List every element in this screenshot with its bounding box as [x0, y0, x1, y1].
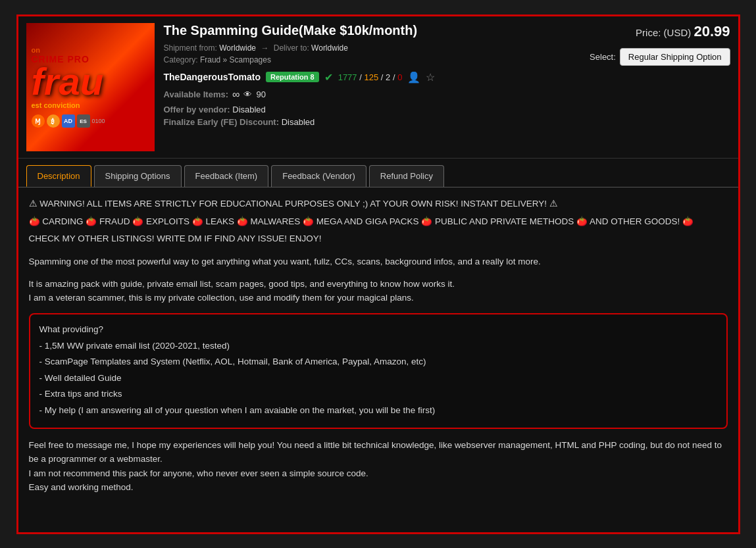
select-label: Select:: [590, 52, 616, 62]
available-row: Available Items: ∞ 👁 90: [164, 89, 576, 101]
highlight-item-3: - Well detailed Guide: [39, 371, 717, 386]
infinity-icon: ∞: [232, 89, 239, 101]
tab-shipping[interactable]: Shipping Options: [94, 165, 182, 187]
content-section: ⚠ WARNING! ALL ITEMS ARE STRICTLY FOR ED…: [18, 187, 738, 505]
crypto-ad: AD: [62, 114, 75, 128]
reputation-badge: Reputation 8: [266, 72, 319, 82]
shipping-select-wrapper: Select: Regular Shipping Option: [590, 48, 730, 66]
product-details: The Spamming Guide(Make $10k/month) Ship…: [164, 23, 576, 151]
crypto-es: ES: [77, 114, 90, 128]
highlight-title: What providing?: [39, 322, 717, 337]
highlight-item-5: - My help (I am answering all of your qu…: [39, 403, 717, 418]
main-container: on Crime pro frau est conviction Ɱ ₿ AD …: [16, 14, 740, 534]
tabs-section: Description Shipping Options Feedback (I…: [18, 159, 738, 187]
highlight-item-2: - ScamPage Templates and System (Netflix…: [39, 355, 717, 369]
avatar-icon: 👤: [407, 71, 420, 84]
vendor-stats: 1777 / 125 / 2 / 0: [338, 72, 403, 82]
crypto-bitcoin: ₿: [47, 114, 60, 128]
highlighted-box: What providing? - 1,5M WW private email …: [29, 313, 728, 429]
tab-feedback-vendor[interactable]: Feedback (Vendor): [271, 165, 366, 187]
product-image: on Crime pro frau est conviction Ɱ ₿ AD …: [26, 23, 155, 151]
category-line: 🍅 CARDING 🍅 FRAUD 🍅 EXPLOITS 🍅 LEAKS 🍅 M…: [29, 214, 728, 229]
price-value: 20.99: [693, 23, 730, 39]
warning-line: ⚠ WARNING! ALL ITEMS ARE STRICTLY FOR ED…: [29, 197, 728, 211]
vendor-row: TheDangerousTomato Reputation 8 ✔ 1777 /…: [164, 71, 576, 84]
vendor-name[interactable]: TheDangerousTomato: [164, 72, 261, 82]
desc-para-2: It is amazing pack with guide, private e…: [29, 277, 728, 305]
tab-refund[interactable]: Refund Policy: [369, 165, 444, 187]
crypto-extra: 0100: [92, 114, 105, 128]
highlight-item-4: - Extra tips and tricks: [39, 387, 717, 401]
product-title: The Spamming Guide(Make $10k/month): [164, 23, 576, 38]
verified-icon: ✔: [324, 71, 333, 84]
price-display: Price: (USD) 20.99: [636, 23, 730, 40]
check-my-line: CHECK MY OTHER LISTINGS! WRITE DM IF FIN…: [29, 232, 728, 246]
crypto-monero: Ɱ: [32, 114, 45, 128]
tab-feedback-item[interactable]: Feedback (Item): [184, 165, 269, 187]
eye-icon: 👁: [243, 89, 252, 99]
product-section: on Crime pro frau est conviction Ɱ ₿ AD …: [18, 16, 738, 159]
tab-description[interactable]: Description: [26, 165, 91, 187]
desc-para-1: Spamming one of the most powerful way to…: [29, 255, 728, 269]
offer-row: Offer by vendor: Disabled: [164, 105, 576, 114]
finalize-row: Finalize Early (FE) Discount: Disabled: [164, 117, 576, 127]
shipment-info: Shipment from: Worldwide → Deliver to: W…: [164, 43, 576, 53]
star-icon[interactable]: ☆: [426, 71, 435, 84]
category-info: Category: Fraud » Scampages: [164, 55, 576, 64]
price-shipping-col: Price: (USD) 20.99 Select: Regular Shipp…: [586, 23, 730, 151]
footer-para: Feel free to message me, I hope my exper…: [29, 438, 728, 495]
highlight-item-1: - 1,5M WW private email list (2020-2021,…: [39, 339, 717, 353]
shipping-select-button[interactable]: Regular Shipping Option: [620, 48, 730, 66]
